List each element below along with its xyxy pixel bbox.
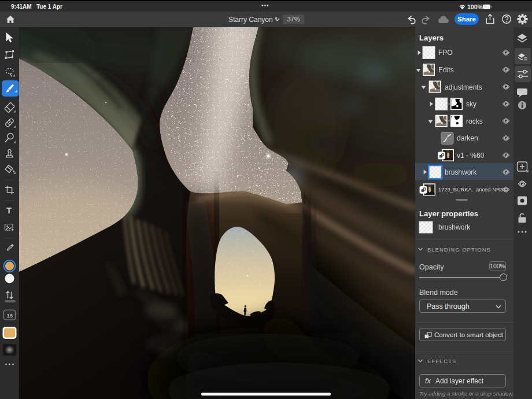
svg-text:16: 16 — [7, 312, 13, 319]
svg-text:T: T — [6, 205, 12, 215]
svg-text:100%: 100% — [467, 3, 483, 10]
